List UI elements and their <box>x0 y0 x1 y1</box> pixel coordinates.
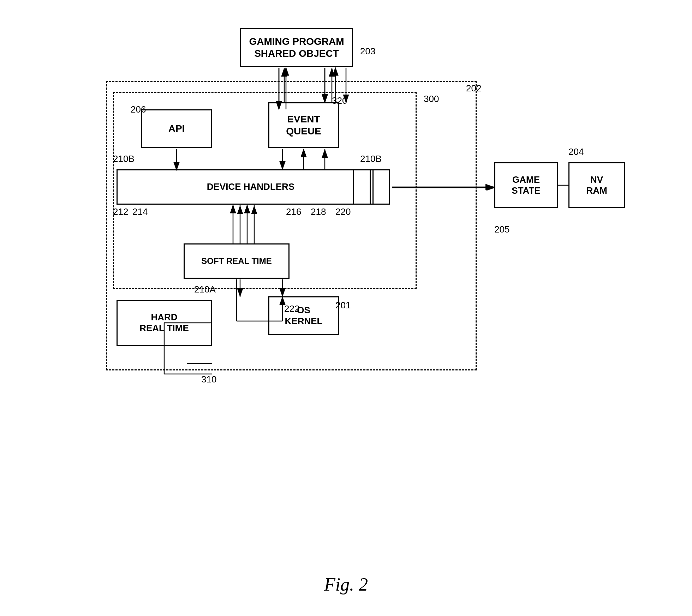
ref-222: 222 <box>284 303 299 314</box>
gaming-program-label: GAMING PROGRAMSHARED OBJECT <box>249 36 344 59</box>
ref-310: 310 <box>201 374 216 385</box>
soft-real-time-label: SOFT REAL TIME <box>201 256 272 266</box>
ref-210B-left: 210B <box>113 153 135 164</box>
device-handlers-box: DEVICE HANDLERS <box>117 169 385 205</box>
nv-ram-label: NVRAM <box>586 174 607 196</box>
device-handler-small-box-right1 <box>353 169 371 205</box>
game-state-box: GAMESTATE <box>494 162 558 208</box>
ref-214: 214 <box>132 206 148 217</box>
os-kernel-box: OSKERNEL <box>268 296 339 335</box>
gaming-program-box: GAMING PROGRAMSHARED OBJECT <box>240 28 353 67</box>
ref-210B-right: 210B <box>360 153 382 164</box>
ref-220: 220 <box>335 206 351 217</box>
event-queue-box: EVENTQUEUE <box>268 102 339 148</box>
game-state-label: GAMESTATE <box>512 174 540 196</box>
event-queue-label: EVENTQUEUE <box>286 113 321 137</box>
api-label: API <box>168 123 185 135</box>
soft-real-time-box: SOFT REAL TIME <box>184 243 290 279</box>
ref-203: 203 <box>360 46 375 57</box>
nv-ram-box: NVRAM <box>568 162 625 208</box>
ref-201: 201 <box>335 300 351 311</box>
ref-202: 202 <box>466 83 481 94</box>
ref-205: 205 <box>494 224 509 235</box>
device-handlers-label: DEVICE HANDLERS <box>207 181 294 192</box>
ref-204: 204 <box>568 146 584 157</box>
ref-206: 206 <box>131 104 146 115</box>
ref-320: 320 <box>332 95 347 106</box>
ref-218: 218 <box>311 206 326 217</box>
ref-210A: 210A <box>194 284 216 295</box>
hard-real-time-box: HARDREAL TIME <box>117 300 212 346</box>
figure-caption: Fig. 2 <box>324 574 368 595</box>
ref-216: 216 <box>286 206 301 217</box>
device-handler-small-box-right2 <box>372 169 390 205</box>
api-box: API <box>141 109 212 148</box>
hard-real-time-label: HARDREAL TIME <box>139 312 189 334</box>
ref-300: 300 <box>424 93 439 104</box>
ref-212: 212 <box>113 206 128 217</box>
